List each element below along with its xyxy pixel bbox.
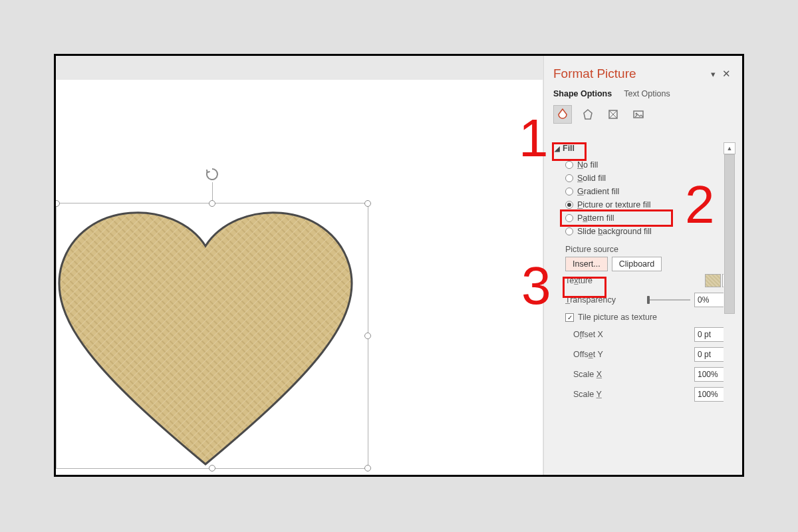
collapse-icon: ◢ bbox=[555, 145, 560, 152]
scroll-thumb[interactable] bbox=[724, 154, 735, 314]
radio-no-fill[interactable]: No fill bbox=[553, 158, 733, 172]
radio-slide-background-fill[interactable]: Slide background fill bbox=[553, 225, 733, 238]
tile-checkbox[interactable]: ✓ bbox=[565, 313, 574, 322]
svg-point-5 bbox=[636, 113, 638, 115]
close-icon[interactable]: ✕ bbox=[720, 68, 733, 80]
radio-icon bbox=[565, 174, 573, 182]
radio-picture-texture-fill[interactable]: Picture or texture fill bbox=[553, 198, 733, 211]
transparency-slider[interactable] bbox=[649, 299, 690, 301]
pane-category-icons bbox=[544, 101, 742, 130]
tile-label: Tile picture as texture bbox=[578, 313, 657, 322]
pane-title: Format Picture bbox=[553, 66, 706, 81]
picture-icon[interactable] bbox=[629, 105, 648, 124]
radio-icon bbox=[565, 214, 573, 222]
insert-button[interactable]: Insert... bbox=[565, 257, 608, 271]
pane-body: ▲ ◢Fill No fill Solid fill Gradient fill… bbox=[553, 142, 733, 475]
fill-and-line-icon[interactable] bbox=[553, 105, 572, 124]
pane-options-icon[interactable]: ▾ bbox=[706, 69, 720, 79]
radio-icon bbox=[565, 188, 573, 196]
heart-shape[interactable] bbox=[54, 205, 369, 468]
scale-x-label: Scale X bbox=[573, 370, 602, 379]
texture-label: Texture bbox=[565, 276, 593, 285]
slide-canvas[interactable] bbox=[56, 80, 543, 475]
section-fill-header[interactable]: ◢Fill bbox=[553, 142, 733, 154]
format-picture-pane: Format Picture ▾ ✕ Shape Options Text Op… bbox=[543, 56, 742, 475]
radio-icon bbox=[565, 201, 573, 209]
radio-gradient-fill[interactable]: Gradient fill bbox=[553, 185, 733, 198]
radio-icon bbox=[565, 161, 573, 169]
offset-y-label: Offset Y bbox=[573, 350, 603, 359]
svg-marker-2 bbox=[584, 110, 592, 119]
scroll-up-icon[interactable]: ▲ bbox=[724, 142, 735, 154]
radio-solid-fill[interactable]: Solid fill bbox=[553, 172, 733, 185]
radio-pattern-fill[interactable]: Pattern fill bbox=[553, 211, 733, 225]
texture-swatch-icon bbox=[705, 274, 721, 287]
radio-icon bbox=[565, 227, 573, 235]
tab-shape-options[interactable]: Shape Options bbox=[553, 89, 612, 98]
shape-selection-box[interactable] bbox=[56, 203, 368, 469]
pane-scrollbar[interactable]: ▲ bbox=[724, 142, 735, 475]
offset-x-label: Offset X bbox=[573, 330, 603, 339]
app-frame: Format Picture ▾ ✕ Shape Options Text Op… bbox=[54, 54, 744, 477]
tab-text-options[interactable]: Text Options bbox=[624, 89, 670, 98]
pane-tabs: Shape Options Text Options bbox=[544, 85, 742, 101]
size-properties-icon[interactable] bbox=[604, 105, 622, 124]
transparency-label: Transparency bbox=[565, 295, 616, 305]
clipboard-button[interactable]: Clipboard bbox=[612, 257, 662, 271]
scale-y-label: Scale Y bbox=[573, 390, 602, 399]
picture-source-label: Picture source bbox=[553, 238, 733, 257]
effects-icon[interactable] bbox=[579, 105, 597, 124]
rotation-handle[interactable] bbox=[205, 167, 219, 182]
